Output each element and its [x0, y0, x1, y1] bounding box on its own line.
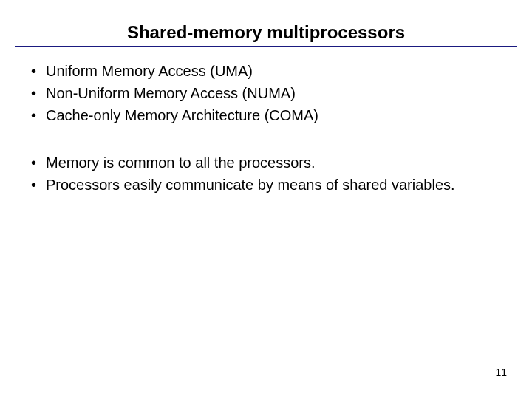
title-wrap: Shared-memory multiprocessors — [15, 22, 517, 43]
slide: Shared-memory multiprocessors • Uniform … — [0, 0, 532, 399]
bullet-icon: • — [28, 83, 46, 103]
list-item: • Processors easily communicate by means… — [28, 174, 517, 195]
title-underline — [15, 46, 517, 47]
bullet-group-1: • Uniform Memory Access (UMA) • Non-Unif… — [15, 61, 517, 126]
spacer — [15, 127, 517, 152]
bullet-text: Non-Uniform Memory Access (NUMA) — [46, 83, 517, 103]
bullet-text: Uniform Memory Access (UMA) — [46, 61, 517, 81]
list-item: • Cache-only Memory Architecture (COMA) — [28, 105, 517, 126]
list-item: • Non-Uniform Memory Access (NUMA) — [28, 83, 517, 103]
bullet-text: Memory is common to all the processors. — [46, 152, 517, 173]
bullet-text: Cache-only Memory Architecture (COMA) — [46, 105, 517, 126]
slide-title: Shared-memory multiprocessors — [127, 22, 405, 43]
bullet-icon: • — [28, 105, 46, 126]
bullet-icon: • — [28, 61, 46, 81]
bullet-icon: • — [28, 174, 46, 195]
list-item: • Uniform Memory Access (UMA) — [28, 61, 517, 81]
list-item: • Memory is common to all the processors… — [28, 152, 517, 173]
bullet-text: Processors easily communicate by means o… — [46, 174, 517, 195]
bullet-group-2: • Memory is common to all the processors… — [15, 152, 517, 195]
page-number: 11 — [495, 366, 507, 378]
bullet-icon: • — [28, 152, 46, 173]
